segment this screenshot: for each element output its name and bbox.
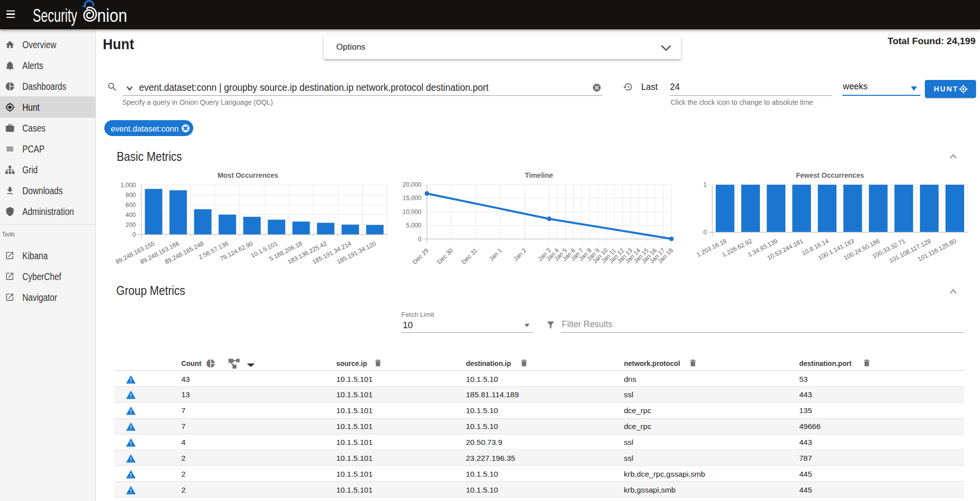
svg-text:200: 200 [126, 221, 136, 228]
svg-text:1,000: 1,000 [120, 182, 136, 189]
svg-text:800: 800 [126, 192, 136, 199]
svg-text:5,000: 5,000 [406, 222, 421, 229]
svg-text:Dec 31: Dec 31 [460, 247, 479, 266]
svg-text:Most Occurrences: Most Occurrences [218, 171, 278, 179]
svg-text:Jan 2: Jan 2 [512, 247, 528, 262]
svg-text:nion: nion [97, 5, 128, 26]
svg-text:0: 0 [703, 229, 707, 236]
svg-text:600: 600 [126, 202, 136, 209]
svg-text:20,000: 20,000 [403, 181, 422, 188]
svg-text:Security: Security [33, 5, 77, 26]
svg-text:15,000: 15,000 [403, 195, 422, 202]
svg-text:10,000: 10,000 [403, 209, 422, 215]
svg-text:Dec 29: Dec 29 [411, 247, 430, 266]
svg-text:400: 400 [126, 212, 136, 218]
svg-text:Jan 1: Jan 1 [488, 247, 503, 262]
svg-text:0: 0 [418, 236, 422, 243]
svg-text:Timeline: Timeline [525, 171, 553, 179]
svg-text:Dec 30: Dec 30 [436, 247, 454, 266]
svg-text:Fewest Occurrences: Fewest Occurrences [796, 171, 864, 179]
svg-text:0: 0 [133, 231, 136, 238]
svg-text:1: 1 [703, 181, 707, 188]
